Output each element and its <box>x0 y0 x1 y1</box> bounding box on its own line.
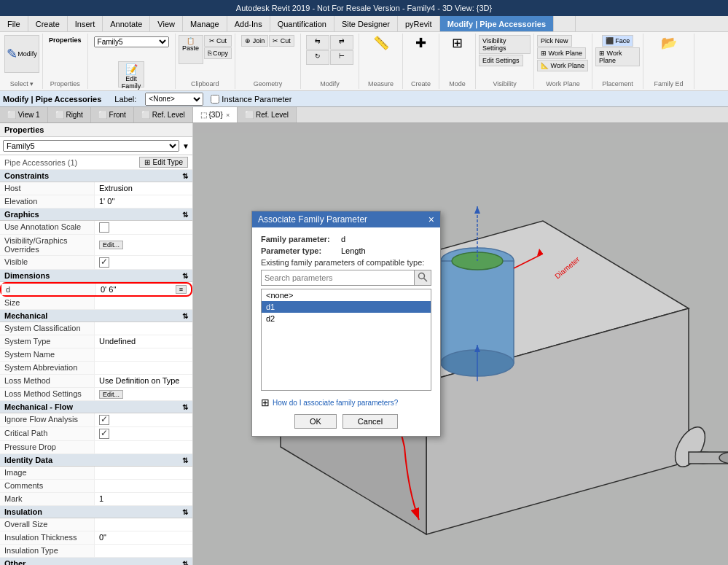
critical-path-checkbox[interactable] <box>99 429 109 439</box>
edit-type-btn[interactable]: ⊞ Edit Type <box>139 157 188 168</box>
prop-pressure-drop: Pressure Drop <box>0 441 192 454</box>
section-collapse-icon: ⇅ <box>182 456 188 464</box>
dropdown-icon: ▼ <box>182 142 189 150</box>
edit-family-btn[interactable]: 📝 Edit Family <box>118 61 144 87</box>
tab-view[interactable]: View <box>150 16 183 31</box>
show-workplane-btn[interactable]: 📐 Work Plane <box>537 60 588 71</box>
section-collapse-icon: ⇅ <box>182 172 188 180</box>
visibility-edit-btn[interactable]: Edit... <box>99 241 123 249</box>
param-none[interactable]: <none> <box>262 289 431 301</box>
family-type-dropdown[interactable]: Family5 <box>3 140 179 152</box>
copy-btn[interactable]: ⎘ Copy <box>204 47 232 59</box>
dialog-buttons: OK Cancel <box>261 414 431 429</box>
family-selector[interactable]: Family5 <box>94 36 169 47</box>
view-tab-reflevel1[interactable]: ⬜ Ref. Level <box>134 107 193 122</box>
viewport[interactable]: Diameter Diameter <box>193 123 728 565</box>
view-tab-label: ⬜ Ref. Level <box>245 111 289 119</box>
section-mechanical[interactable]: Mechanical ⇅ <box>0 310 192 322</box>
main-content: Properties Family5 ▼ Pipe Accessories (1… <box>0 123 728 565</box>
section-collapse-icon: ⇅ <box>182 272 188 280</box>
existing-params-label: Existing family parameters of compatible… <box>261 258 431 267</box>
ignore-flow-checkbox[interactable] <box>99 415 109 425</box>
section-mech-flow[interactable]: Mechanical - Flow ⇅ <box>0 401 192 413</box>
select-group-label: Select ▾ <box>10 80 34 87</box>
section-other[interactable]: Other ⇅ <box>0 558 192 565</box>
section-collapse-icon: ⇅ <box>182 211 188 219</box>
paste-btn[interactable]: 📋Paste <box>179 35 203 64</box>
cancel-button[interactable]: Cancel <box>343 414 398 429</box>
tab-quantification[interactable]: Quantification <box>270 16 334 31</box>
family-param-value: d <box>341 235 431 243</box>
modify-label: Modify <box>320 80 340 87</box>
mirror-btn[interactable]: ⇄ <box>330 35 353 50</box>
tab-extra[interactable] <box>554 16 576 31</box>
ribbon-group-familyed: 📂 Family Ed <box>643 34 694 89</box>
view-tab-reflevel2[interactable]: ⬜ Ref. Level <box>238 107 297 122</box>
param-d1[interactable]: d1 <box>262 301 431 313</box>
family-selector-row: Family5 ▼ <box>0 137 192 155</box>
prop-system-abbr: System Abbreviation <box>0 362 192 375</box>
d-param-btn[interactable]: ≡ <box>176 285 187 294</box>
help-link[interactable]: How do I associate family parameters? <box>273 399 398 407</box>
cut-btn[interactable]: ✂ Cut <box>204 35 232 47</box>
join-btn[interactable]: ⊕ Join <box>241 35 268 47</box>
type-label: Pipe Accessories (1) <box>4 158 77 167</box>
search-icon-btn[interactable] <box>414 270 431 285</box>
param-search-input[interactable] <box>262 270 414 285</box>
tab-sitedesigner[interactable]: Site Designer <box>334 16 398 31</box>
section-insulation[interactable]: Insulation ⇅ <box>0 506 192 518</box>
section-collapse-icon: ⇅ <box>182 560 188 565</box>
workplane-place-btn[interactable]: ⊞ Work Plane <box>595 47 640 66</box>
edit-settings-btn[interactable]: Edit Settings <box>479 55 523 66</box>
face-btn[interactable]: ⬛ Face <box>602 35 634 47</box>
prop-mark: Mark 1 <box>0 493 192 506</box>
visibility-settings-btn[interactable]: Visibility Settings <box>479 35 531 54</box>
params-list: <none> d1 d2 <box>261 289 431 391</box>
mode-label: Mode <box>449 80 466 87</box>
ribbon-group-visibility: Visibility Settings Edit Settings Visibi… <box>476 34 534 89</box>
loss-settings-btn[interactable]: Edit... <box>99 390 123 399</box>
view-tab-right[interactable]: ⬜ Right <box>48 107 91 122</box>
label-select[interactable]: <None> <box>145 93 203 106</box>
ribbon-group-select: ✎ Modify Select ▾ <box>1 34 43 89</box>
section-constraints[interactable]: Constraints ⇅ <box>0 170 192 182</box>
dialog-close-btn[interactable]: × <box>428 214 434 225</box>
section-graphics[interactable]: Graphics ⇅ <box>0 209 192 221</box>
family-param-row: Family parameter: d <box>261 235 431 243</box>
prop-loss-settings: Loss Method Settings Edit... <box>0 388 192 401</box>
tab-modify-pipe[interactable]: Modify | Pipe Accessories <box>440 16 554 31</box>
prop-insulation-type: Insulation Type <box>0 545 192 558</box>
clipboard-label: Clipboard <box>191 80 219 87</box>
view-tab-front[interactable]: ⬜ Front <box>91 107 134 122</box>
dialog-overlay: Associate Family Parameter × Family para… <box>193 123 728 565</box>
tab-pyrevit[interactable]: pyRevit <box>398 16 440 31</box>
instance-param-checkbox-label: Instance Parameter <box>211 95 297 104</box>
trim-btn[interactable]: ⊢ <box>330 50 353 65</box>
view-tab-view1[interactable]: ⬜ View 1 <box>0 107 48 122</box>
ribbon-group-mode: ⊞ Mode <box>439 34 476 89</box>
view-tab-3d[interactable]: ⬚ {3D} × <box>193 107 238 122</box>
instance-param-checkbox[interactable] <box>211 95 219 104</box>
section-identity[interactable]: Identity Data ⇅ <box>0 454 192 467</box>
view-tab-label: ⬜ Front <box>98 111 126 119</box>
section-dimensions[interactable]: Dimensions ⇅ <box>0 270 192 282</box>
modify-btn[interactable]: ✎ Modify <box>4 35 39 73</box>
tab-create[interactable]: Create <box>28 16 68 31</box>
annotation-scale-checkbox[interactable] <box>99 222 109 233</box>
svg-line-26 <box>424 278 428 282</box>
tab-addins[interactable]: Add-Ins <box>227 16 270 31</box>
tab-file[interactable]: File <box>0 16 28 31</box>
align-btn[interactable]: ⇆ <box>306 35 329 50</box>
tab-manage[interactable]: Manage <box>183 16 227 31</box>
ok-button[interactable]: OK <box>294 414 337 429</box>
pick-new-btn[interactable]: Pick New <box>537 35 572 47</box>
param-d2[interactable]: d2 <box>262 313 431 324</box>
work-plane-btn[interactable]: ⊞ Work Plane <box>537 47 586 59</box>
tab-insert[interactable]: Insert <box>68 16 103 31</box>
cut-geom-btn[interactable]: ✂ Cut <box>269 35 294 47</box>
view-tab-close[interactable]: × <box>226 112 230 119</box>
tab-annotate[interactable]: Annotate <box>103 16 150 31</box>
prop-d-dimension: d 0' 6" ≡ <box>0 282 192 297</box>
rotate-btn[interactable]: ↻ <box>306 50 329 65</box>
visible-checkbox[interactable] <box>99 257 109 268</box>
